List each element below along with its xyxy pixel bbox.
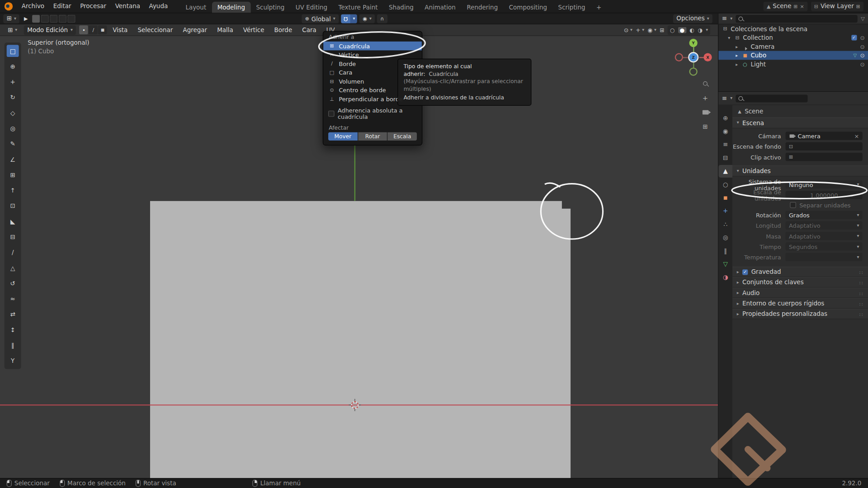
menu-ayuda[interactable]: Ayuda <box>145 0 172 13</box>
collection-checkbox[interactable]: ✓ <box>851 35 857 40</box>
affect-scale-button[interactable]: Escala <box>388 132 417 141</box>
workspace-tab-animation[interactable]: Animation <box>419 2 461 13</box>
disclosure-icon[interactable]: ▸ <box>734 44 740 49</box>
menu-ventana[interactable]: Ventana <box>111 0 145 13</box>
editor-type-button[interactable]: ⊞ ▾ <box>3 14 19 23</box>
rendered-shading-icon[interactable]: ◑ <box>698 27 703 33</box>
unit-scale-value[interactable]: 1.000000 <box>786 191 863 199</box>
cube-mesh[interactable] <box>150 201 571 478</box>
section-unidades[interactable]: ▾ Unidades <box>732 165 868 176</box>
tab-scene[interactable]: ▲ <box>718 165 732 178</box>
tool-transform[interactable]: ◎ <box>7 122 19 135</box>
scene-selector[interactable]: ▲ Scene ⊞ × <box>764 2 807 11</box>
snap-item-vertice[interactable]: ∴ Vértice <box>323 50 422 59</box>
tool-poly-build[interactable]: △ <box>7 262 19 274</box>
gizmo-z-axis[interactable]: Z <box>689 53 697 61</box>
workspace-tab-layout[interactable]: Layout <box>180 2 212 13</box>
workspace-tab-modeling[interactable]: Modeling <box>212 2 250 13</box>
snap-settings-dropdown[interactable]: ▾ <box>350 14 357 23</box>
cubo-row[interactable]: ▸ ■ Cubo ▽ ⊙ <box>718 51 868 60</box>
outliner-search-input[interactable] <box>736 14 858 22</box>
tool-move[interactable]: + <box>7 76 19 88</box>
face-select-mode-button[interactable]: ■ <box>98 25 107 34</box>
viewport-editor-type-button[interactable]: ⊞ ▾ <box>5 25 21 34</box>
tab-render[interactable]: ◉ <box>718 125 732 138</box>
section-propiedades-personalizadas[interactable]: ▸ Propiedades personalizadas :: <box>732 309 868 319</box>
tool-inset-faces[interactable]: ⊡ <box>7 200 19 212</box>
tool-loop-cut[interactable]: ⊟ <box>7 231 19 243</box>
camera-object-field[interactable]: Camera × <box>786 131 863 140</box>
eye-icon[interactable]: ⊙ <box>860 61 864 67</box>
gizmo-x-neg-axis[interactable] <box>675 53 683 61</box>
tool-edge-slide[interactable]: ⇄ <box>7 308 19 320</box>
tool-smooth[interactable]: ≈ <box>7 293 19 305</box>
tab-modifiers[interactable]: + <box>718 205 732 217</box>
menu-procesar[interactable]: Procesar <box>75 0 110 13</box>
background-scene-field[interactable]: ⊡ <box>786 142 863 150</box>
camera-row[interactable]: ▸ Camera ⊙ <box>718 42 868 51</box>
material-shading-icon[interactable]: ◐ <box>689 27 694 33</box>
tool-spin[interactable]: ↺ <box>7 277 19 289</box>
collection-row[interactable]: ▾ ⊟ Collection ✓ ⊙ <box>718 33 868 42</box>
gizmos-dropdown[interactable]: + ▾ <box>636 27 644 33</box>
section-escena[interactable]: ▾ Escena <box>732 117 868 128</box>
tool-add-cube[interactable]: ⊞ <box>7 169 19 181</box>
tool-rip-region[interactable]: Y <box>7 355 19 367</box>
tool-select-box[interactable]: □ <box>7 45 19 57</box>
blender-logo-icon[interactable] <box>5 2 13 10</box>
tab-physics[interactable]: ◎ <box>718 231 732 244</box>
menu-editar[interactable]: Editar <box>49 0 75 13</box>
rotation-dropdown[interactable]: Grados ▾ <box>786 211 863 219</box>
workspace-tab-scripting[interactable]: Scripting <box>552 2 590 13</box>
gravity-checkbox[interactable]: ✓ <box>742 269 748 275</box>
navigation-gizmo[interactable]: Y Z X <box>676 38 711 77</box>
new-scene-icon[interactable]: ⊞ <box>793 4 797 9</box>
affect-rotate-button[interactable]: Rotar <box>358 132 387 141</box>
vertex-select-mode-button[interactable]: ∙ <box>80 25 89 34</box>
section-conjuntos-de-claves[interactable]: ▸ Conjuntos de claves :: <box>732 277 868 287</box>
light-row[interactable]: ▸ ○ Light ⊙ <box>718 60 868 69</box>
workspace-tab-rendering[interactable]: Rendering <box>461 2 503 13</box>
camera-view-icon[interactable] <box>701 108 710 117</box>
proportional-edit-dropdown[interactable]: ◉ ▾ <box>359 14 375 23</box>
tool-shrink-fatten[interactable]: ↕ <box>7 324 19 336</box>
visibility-dropdown[interactable]: ⊙ ▾ <box>624 27 632 33</box>
section-audio[interactable]: ▸ Audio :: <box>732 288 868 298</box>
active-clip-field[interactable]: ⊞ <box>786 153 863 161</box>
time-dropdown[interactable]: Segundos ▾ <box>786 242 863 250</box>
tool-shear[interactable]: ∥ <box>7 339 19 352</box>
menu-malla[interactable]: Malla <box>212 24 238 35</box>
menu-vista[interactable]: Vista <box>108 24 132 35</box>
grid-toggle-icon[interactable]: ⊞ <box>701 122 710 131</box>
workspace-tab-sculpting[interactable]: Sculpting <box>250 2 290 13</box>
tool-cursor[interactable]: ⊕ <box>7 60 19 72</box>
mass-dropdown[interactable]: Adaptativo ▾ <box>786 232 863 240</box>
wireframe-shading-icon[interactable]: ○ <box>670 27 675 33</box>
menu-seleccionar[interactable]: Seleccionar <box>132 24 178 35</box>
edge-select-mode-button[interactable]: / <box>89 25 98 34</box>
select-mode-intersect-button[interactable] <box>68 14 75 22</box>
clear-camera-icon[interactable]: × <box>854 132 859 139</box>
separate-units-checkbox[interactable] <box>790 202 796 208</box>
drag-handle-icon[interactable]: :: <box>859 280 863 285</box>
select-mode-invert-button[interactable] <box>59 14 66 22</box>
tool-rotate[interactable]: ↻ <box>7 91 19 103</box>
tool-extrude[interactable]: ↑ <box>7 184 19 197</box>
affect-move-button[interactable]: Mover <box>328 132 357 141</box>
select-mode-new-button[interactable] <box>32 14 40 22</box>
temperature-dropdown[interactable]: ▾ <box>786 253 863 261</box>
menu-archivo[interactable]: Archivo <box>17 0 49 13</box>
section-gravedad[interactable]: ▸ ✓ Gravedad :: <box>732 267 868 277</box>
workspace-tab-compositing[interactable]: Compositing <box>503 2 552 13</box>
properties-search-input[interactable] <box>736 94 808 102</box>
scene-collection-row[interactable]: ⊟ Colecciones de la escena <box>718 24 868 33</box>
eye-icon[interactable]: ⊙ <box>860 35 864 41</box>
drag-handle-icon[interactable]: :: <box>859 311 863 317</box>
tool-bevel[interactable]: ◣ <box>7 215 19 227</box>
snap-toggle-button[interactable]: Ω <box>341 14 351 23</box>
tool-knife[interactable]: / <box>7 246 19 258</box>
new-view-layer-icon[interactable]: ⊞ <box>856 4 860 9</box>
drag-handle-icon[interactable]: :: <box>859 290 863 296</box>
absolute-grid-snap-checkbox[interactable]: Adherencia absoluta a cuadrícula <box>323 103 422 121</box>
pan-icon[interactable]: + <box>701 94 710 103</box>
